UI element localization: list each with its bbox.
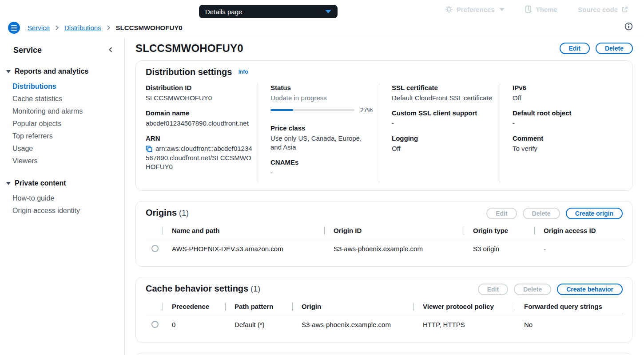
sidebar-item-cache-statistics[interactable]: Cache statistics [0, 93, 124, 105]
breadcrumb: Service Distributions SLCCSMWOHOFUY0 [28, 24, 183, 32]
breadcrumb-service[interactable]: Service [28, 24, 50, 32]
column-header-precedence: Precedence [163, 303, 225, 310]
page-header: SLCCSMWOHOFUY0 Edit Delete [135, 42, 633, 55]
preferences-button[interactable]: Preferences [445, 5, 505, 13]
cache-behavior-count: (1) [250, 284, 260, 293]
origins-panel: Origins(1) Edit Delete Create origin Nam… [135, 201, 633, 267]
sidebar-items: How-to guide Origin access identity [0, 192, 124, 217]
field-label: Distribution ID [146, 83, 253, 92]
preferences-label: Preferences [457, 6, 495, 13]
status-progress: 27% [270, 106, 374, 114]
field-value: Use only US, Canada, Europe, and Asia [270, 134, 374, 152]
edit-origin-button[interactable]: Edit [486, 208, 517, 219]
progress-track [270, 109, 354, 111]
sidebar-items: Distributions Cache statistics Monitorin… [0, 80, 124, 167]
section-label: Private content [15, 179, 66, 187]
content-area: Service Reports and analytics Distributi… [0, 37, 644, 355]
delete-distribution-button[interactable]: Delete [596, 43, 633, 54]
field-logging: Logging Off [392, 134, 495, 153]
copy-arn-button[interactable] [146, 146, 152, 154]
tags-panel: Tags(4) Info Manage tags A tag is a labe… [135, 353, 633, 355]
chevron-down-icon [6, 70, 11, 73]
field-value: To verify [513, 144, 618, 153]
behavior-row-radio[interactable] [151, 321, 159, 328]
theme-label: Theme [536, 6, 557, 13]
cache-behavior-table: Precedence Path pattern Origin Viewer pr… [146, 299, 623, 335]
field-value: Off [513, 94, 618, 103]
breadcrumb-distributions[interactable]: Distributions [64, 24, 101, 32]
cache-behavior-panel: Cache behavior settings(1) Edit Delete C… [135, 277, 633, 343]
field-label: SSL certificate [392, 83, 495, 92]
settings-column-4: IPv6 Off Default root object - Comment T… [500, 83, 623, 183]
top-links: Preferences Theme Source code [445, 0, 628, 19]
column-header-origin: Origin [292, 303, 413, 310]
field-value: - [392, 119, 495, 128]
column-header-origin-type: Origin type [464, 227, 534, 234]
breadcrumb-bar: Service Distributions SLCCSMWOHOFUY0 [0, 19, 644, 37]
sidebar-item-usage[interactable]: Usage [0, 142, 124, 155]
source-code-label: Source code [578, 6, 618, 13]
field-price-class: Price class Use only US, Canada, Europe,… [270, 123, 374, 152]
field-value: - [270, 168, 374, 177]
field-label: Price class [270, 123, 374, 133]
distribution-settings-info-link[interactable]: Info [239, 69, 248, 75]
breadcrumb-chevron-icon [106, 25, 111, 31]
origins-table-header: Name and path Origin ID Origin type Orig… [146, 223, 623, 238]
sidebar-collapse-button[interactable] [107, 45, 115, 55]
column-header-viewer-protocol-policy: Viewer protocol policy [413, 303, 515, 310]
sidebar-section-private-content-header[interactable]: Private content [0, 179, 124, 187]
sidebar-item-distributions[interactable]: Distributions [0, 80, 124, 93]
cell-origin: S3-aws-phoenix.example.com [292, 321, 413, 328]
origin-row-radio[interactable] [151, 245, 159, 252]
field-label: CNAMEs [270, 158, 374, 167]
source-code-link[interactable]: Source code [578, 6, 628, 13]
page-title: SLCCSMWOHOFUY0 [135, 42, 243, 55]
chevron-left-icon [107, 46, 114, 53]
info-panel-button[interactable] [624, 22, 633, 32]
cell-origin-id: S3-aws-phoenix.example.com [324, 245, 464, 252]
field-value: SLCCSMWOHOFUY0 [146, 94, 253, 103]
menu-button[interactable] [8, 22, 20, 34]
sidebar-item-top-referrers[interactable]: Top referrers [0, 130, 124, 142]
field-label: Status [270, 83, 374, 92]
sidebar-item-popular-objects[interactable]: Popular objects [0, 118, 124, 130]
top-bar: Details page Preferences Theme Source co… [0, 0, 644, 19]
cell-origin-access-id: - [534, 245, 623, 252]
info-icon [624, 22, 633, 31]
theme-icon [525, 5, 533, 13]
create-behavior-button[interactable]: Create behavior [557, 284, 623, 295]
sidebar-item-how-to-guide[interactable]: How-to guide [0, 192, 124, 205]
field-comment: Comment To verify [513, 134, 618, 153]
field-value: arn:aws:cloudfront::abcdef01234567890.cl… [146, 144, 253, 171]
delete-origin-button[interactable]: Delete [523, 208, 560, 219]
menu-icon [11, 25, 17, 26]
cache-behavior-header: Cache behavior settings(1) Edit Delete C… [146, 284, 623, 295]
sidebar-title: Service [13, 46, 42, 55]
delete-behavior-button[interactable]: Delete [514, 284, 551, 295]
sidebar: Service Reports and analytics Distributi… [0, 37, 125, 355]
arn-value: arn:aws:cloudfront::abcdef01234567890.cl… [146, 145, 252, 170]
settings-column-3: SSL certificate Default CloudFront SSL c… [379, 83, 500, 183]
distribution-settings-grid: Distribution ID SLCCSMWOHOFUY0 Domain na… [146, 83, 623, 183]
cache-behavior-actions: Edit Delete Create behavior [478, 284, 623, 295]
cache-behavior-table-header: Precedence Path pattern Origin Viewer pr… [146, 299, 623, 314]
theme-button[interactable]: Theme [525, 5, 557, 13]
page-type-select-value: Details page [205, 8, 242, 16]
field-distribution-id: Distribution ID SLCCSMWOHOFUY0 [146, 83, 253, 103]
column-header-path-pattern: Path pattern [225, 303, 292, 310]
edit-behavior-button[interactable]: Edit [478, 284, 508, 295]
sidebar-item-monitoring-and-alarms[interactable]: Monitoring and alarms [0, 105, 124, 118]
field-ssl-certificate: SSL certificate Default CloudFront SSL c… [392, 83, 495, 103]
distribution-settings-header: Distribution settings Info [146, 67, 623, 77]
breadcrumb-current: SLCCSMWOHOFUY0 [116, 24, 183, 32]
page-type-select[interactable]: Details page [199, 5, 338, 18]
origins-table-row: AWS-PHOENIX-DEV.s3.amazon.com S3-aws-pho… [146, 238, 623, 259]
field-arn: ARN arn:aws:cloudfront::abcdef0123456789… [146, 134, 253, 171]
sidebar-section-reports-header[interactable]: Reports and analytics [0, 67, 124, 75]
edit-distribution-button[interactable]: Edit [560, 43, 590, 54]
field-label: Default root object [513, 108, 618, 118]
field-status: Status Update in progress 27% [270, 83, 374, 114]
sidebar-item-viewers[interactable]: Viewers [0, 155, 124, 167]
create-origin-button[interactable]: Create origin [566, 208, 623, 219]
sidebar-item-origin-access-identity[interactable]: Origin access identity [0, 205, 124, 217]
